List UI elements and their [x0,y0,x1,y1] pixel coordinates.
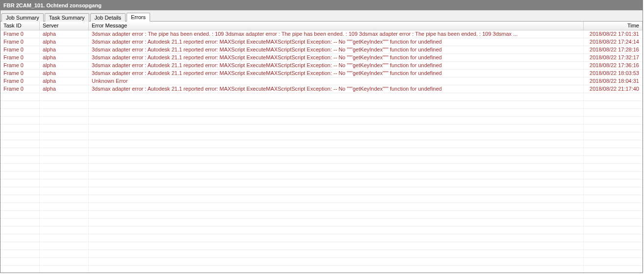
window-title-bar: FBR 2CAM_101. Ochtend zonsopgang [0,0,643,10]
tab-job-details[interactable]: Job Details [90,13,126,22]
cell-time: 2018/08/22 18:03:53 [584,70,643,77]
tab-task-summary[interactable]: Task Summary [45,13,89,22]
table-row-empty [0,109,643,117]
cell-task-id: Frame 0 [0,38,40,46]
error-table[interactable]: Frame 0alpha3dsmax adapter error : The p… [0,30,643,273]
cell-task-id: Frame 0 [0,54,40,61]
table-row-empty [0,101,643,109]
cell-time: 2018/08/22 17:24:14 [584,38,643,46]
table-row-empty [0,195,643,203]
cell-server: alpha [40,70,89,77]
table-row[interactable]: Frame 0alphaUnknown Error2018/08/22 18:0… [0,77,643,85]
cell-server: alpha [40,38,89,46]
tab-bar: Job SummaryTask SummaryJob DetailsErrors [0,10,643,22]
table-row-empty [0,226,643,234]
tab-job-summary[interactable]: Job Summary [1,13,44,22]
table-row-empty [0,266,643,273]
cell-error-message: 3dsmax adapter error : Autodesk 21.1 rep… [89,38,584,46]
table-row[interactable]: Frame 0alpha3dsmax adapter error : Autod… [0,70,643,77]
cell-time: 2018/08/22 17:28:16 [584,46,643,53]
table-row-empty [0,258,643,266]
table-row[interactable]: Frame 0alpha3dsmax adapter error : Autod… [0,38,643,46]
cell-error-message: Unknown Error [89,77,584,85]
cell-time: 2018/08/22 17:36:16 [584,62,643,69]
table-row-empty [0,164,643,172]
table-row-empty [0,117,643,125]
column-header-error-message[interactable]: Error Message [89,22,584,30]
cell-error-message: 3dsmax adapter error : Autodesk 21.1 rep… [89,85,584,93]
table-row-empty [0,156,643,164]
app-window: FBR 2CAM_101. Ochtend zonsopgang Job Sum… [0,0,643,273]
table-row-empty [0,211,643,219]
table-row-empty [0,93,643,101]
table-row-empty [0,148,643,156]
table-row-empty [0,187,643,195]
cell-task-id: Frame 0 [0,85,40,93]
table-row-empty [0,203,643,211]
cell-server: alpha [40,54,89,61]
cell-task-id: Frame 0 [0,70,40,77]
cell-time: 2018/08/22 21:17:40 [584,85,643,93]
table-row[interactable]: Frame 0alpha3dsmax adapter error : Autod… [0,54,643,62]
column-header-server[interactable]: Server [40,22,89,30]
cell-task-id: Frame 0 [0,46,40,53]
cell-error-message: 3dsmax adapter error : The pipe has been… [89,30,584,38]
table-row-empty [0,242,643,250]
cell-server: alpha [40,77,89,85]
column-header-task[interactable]: Task ID [0,22,40,30]
cell-server: alpha [40,46,89,53]
cell-time: 2018/08/22 18:04:31 [584,77,643,85]
table-header: Task ID Server Error Message Time [0,22,643,30]
table-row-empty [0,179,643,187]
cell-server: alpha [40,85,89,93]
table-row-empty [0,250,643,258]
table-row[interactable]: Frame 0alpha3dsmax adapter error : Autod… [0,62,643,70]
cell-task-id: Frame 0 [0,77,40,85]
cell-server: alpha [40,30,89,38]
window-title: FBR 2CAM_101. Ochtend zonsopgang [3,2,102,8]
column-header-time[interactable]: Time [584,22,643,30]
cell-task-id: Frame 0 [0,30,40,38]
table-row-empty [0,234,643,242]
cell-error-message: 3dsmax adapter error : Autodesk 21.1 rep… [89,62,584,69]
cell-time: 2018/08/22 17:32:17 [584,54,643,61]
cell-error-message: 3dsmax adapter error : Autodesk 21.1 rep… [89,70,584,77]
table-row-empty [0,219,643,226]
cell-time: 2018/08/22 17:01:31 [584,30,643,38]
cell-error-message: 3dsmax adapter error : Autodesk 21.1 rep… [89,54,584,61]
table-row[interactable]: Frame 0alpha3dsmax adapter error : The p… [0,30,643,38]
table-row-empty [0,132,643,140]
table-row[interactable]: Frame 0alpha3dsmax adapter error : Autod… [0,85,643,93]
table-row-empty [0,140,643,148]
table-row-empty [0,125,643,132]
cell-error-message: 3dsmax adapter error : Autodesk 21.1 rep… [89,46,584,53]
cell-task-id: Frame 0 [0,62,40,69]
table-row[interactable]: Frame 0alpha3dsmax adapter error : Autod… [0,46,643,54]
table-row-empty [0,172,643,179]
tab-errors[interactable]: Errors [127,13,150,22]
cell-server: alpha [40,62,89,69]
